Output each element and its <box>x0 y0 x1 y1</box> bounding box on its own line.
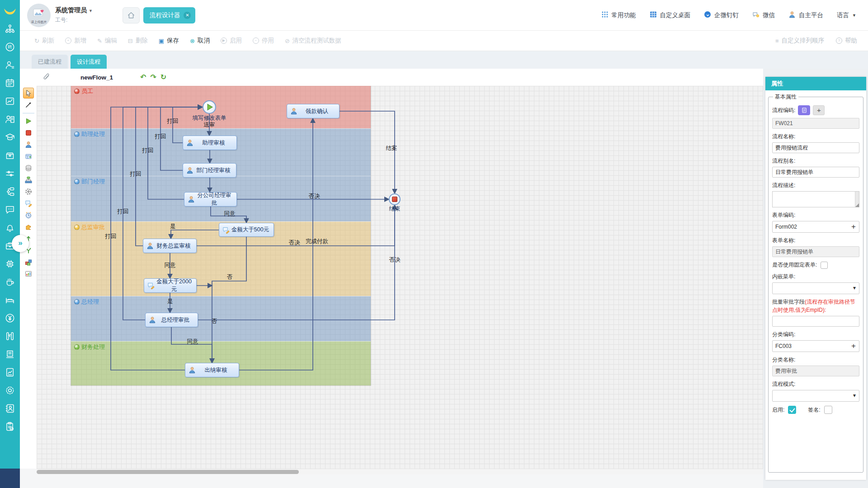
rail-doc-lines-icon[interactable] <box>5 349 15 360</box>
palette-user-task-tool[interactable] <box>23 139 34 150</box>
toolbar-refresh-button[interactable]: ↻刷新 <box>34 37 54 45</box>
flow-code-input <box>772 118 859 129</box>
user-menu[interactable]: 系统管理员▼ <box>55 6 93 14</box>
toolbar-help-button[interactable]: ?帮助 <box>836 37 857 45</box>
tab-design-flow[interactable]: 设计流程 <box>71 55 107 69</box>
palette-message-tool[interactable] <box>23 198 34 209</box>
flow-node[interactable]: 出纳审核 <box>185 363 239 377</box>
palette-plugin-tool[interactable] <box>23 221 34 232</box>
palette-subflow-tool[interactable] <box>23 174 34 185</box>
condition-note-icon <box>222 226 230 234</box>
toolbar-enable-button[interactable]: ▶启用 <box>221 37 242 45</box>
rail-chart-board-icon[interactable] <box>5 96 15 107</box>
rail-clipboard-check-icon[interactable] <box>5 421 15 432</box>
undo-icon[interactable]: ↶ <box>140 74 146 81</box>
language-menu[interactable]: 语言▼ <box>837 11 856 19</box>
toolbar-custom-sort-button[interactable]: ≡自定义排列顺序 <box>775 37 824 45</box>
open-tab-flow-designer[interactable]: 流程设计器 ✕ <box>143 7 196 23</box>
scrollbar-thumb[interactable] <box>37 470 299 474</box>
palette-service-tool[interactable] <box>23 186 34 197</box>
tab-built-flows[interactable]: 已建流程 <box>32 55 68 69</box>
menu-self-platform[interactable]: 自主平台 <box>788 11 823 19</box>
sign-checkbox[interactable] <box>824 406 832 414</box>
add-icon[interactable]: + <box>848 222 859 231</box>
flow-code-picker-button[interactable] <box>798 105 810 115</box>
rail-workflow-icon[interactable] <box>5 186 15 197</box>
enabled-checkbox[interactable] <box>788 406 796 414</box>
close-tab-icon[interactable]: ✕ <box>184 12 191 19</box>
toolbar-save-button[interactable]: ▣保存 <box>159 37 179 45</box>
toolbar-disable-button[interactable]: −停用 <box>253 37 274 45</box>
form-code-input[interactable]: Form002+ <box>772 221 859 233</box>
menu-dingtalk[interactable]: 企微钉钉 <box>704 11 739 19</box>
rail-bed-icon[interactable] <box>5 295 15 305</box>
flow-desc-textarea[interactable] <box>772 191 859 207</box>
flow-alias-input[interactable] <box>772 167 859 178</box>
flow-node[interactable]: 金额大于2000元 <box>144 278 197 293</box>
add-icon[interactable]: + <box>848 342 859 351</box>
avatar[interactable]: 请上传图片 <box>27 4 51 27</box>
rail-calendar-icon[interactable] <box>5 78 15 89</box>
rail-recruit-icon[interactable]: 聘 <box>5 42 15 52</box>
toolbar-clear-test-data-button[interactable]: ⊘清空流程测试数据 <box>285 37 341 45</box>
toolbar-delete-button[interactable]: ⊟删除 <box>128 37 148 45</box>
rail-user-list-icon[interactable] <box>5 60 15 70</box>
rail-org-chart-icon[interactable] <box>5 23 15 34</box>
apps-grid-icon <box>601 11 609 19</box>
rail-gear-icon[interactable] <box>5 385 15 396</box>
palette-end-tool[interactable] <box>23 127 34 138</box>
palette-auto-form-tool[interactable] <box>23 151 34 162</box>
batch-approve-input[interactable] <box>772 316 859 327</box>
menu-wechat[interactable]: 微信 <box>752 11 775 19</box>
expand-sidebar-button[interactable]: » <box>12 235 29 252</box>
rail-doc-chart-icon[interactable] <box>5 367 15 378</box>
flow-node[interactable]: 分公司经理审批 <box>184 192 237 206</box>
rail-chat-dots-icon[interactable] <box>5 204 15 215</box>
flow-node[interactable]: 部门经理审核 <box>183 163 236 178</box>
rail-chip-icon[interactable] <box>5 258 15 269</box>
palette-start-tool[interactable] <box>23 116 34 127</box>
designer-canvas[interactable]: 员工助理处理部门经理总监审批总经理财务处理送审同意是同意是同意否否结案否决否决否… <box>37 86 763 469</box>
category-code-input[interactable]: FC003+ <box>772 340 859 352</box>
toolbar-cancel-button[interactable]: ⊗取消 <box>190 37 210 45</box>
flow-node[interactable]: 领款确认 <box>287 104 340 118</box>
toolbar-add-button[interactable]: +新增 <box>65 37 86 45</box>
home-icon <box>127 11 136 20</box>
rail-contacts-icon[interactable] <box>5 403 15 414</box>
end-node[interactable] <box>389 193 401 205</box>
basic-props-legend: 基本属性 <box>773 93 798 101</box>
palette-pointer-tool[interactable] <box>23 88 34 99</box>
rail-coin-yuan-icon[interactable] <box>5 313 15 324</box>
rail-coffee-icon[interactable] <box>5 277 15 287</box>
sync-icon[interactable]: ↻ <box>160 74 166 81</box>
flow-name-input[interactable] <box>772 142 859 153</box>
flow-node[interactable]: 财务总监审核 <box>143 239 197 253</box>
field-label: 签名: <box>808 406 820 414</box>
palette-report-tool[interactable] <box>23 268 34 279</box>
redo-icon[interactable]: ↷ <box>150 74 156 81</box>
start-node[interactable] <box>203 100 216 114</box>
embed-menu-select[interactable] <box>772 282 859 294</box>
palette-blocks-tool[interactable] <box>23 257 34 267</box>
menu-custom-desktop[interactable]: 自定义桌面 <box>650 11 691 19</box>
rail-bell-icon[interactable] <box>5 222 15 233</box>
palette-connector-tool[interactable] <box>23 99 34 110</box>
rail-user-doc-icon[interactable] <box>5 114 15 125</box>
rail-toolbox-icon[interactable] <box>5 150 15 161</box>
menu-apps-grid[interactable]: 常用功能 <box>601 11 636 19</box>
toolbar-edit-button[interactable]: ✎编辑 <box>97 37 117 45</box>
home-button[interactable] <box>123 7 140 23</box>
flow-node[interactable]: 金额大于500元 <box>219 223 274 237</box>
edit-icon: ✎ <box>97 38 102 44</box>
rail-graduation-icon[interactable] <box>5 132 15 143</box>
fixed-form-checkbox[interactable] <box>821 262 828 269</box>
palette-database-tool[interactable] <box>23 163 34 174</box>
palette-timer-tool[interactable] <box>23 210 34 221</box>
flow-mode-select[interactable] <box>772 390 859 402</box>
rail-gate-icon[interactable] <box>5 331 15 342</box>
app-logo[interactable] <box>0 0 20 23</box>
flow-code-add-button[interactable]: + <box>813 105 825 115</box>
rail-sliders-icon[interactable] <box>5 168 15 179</box>
flow-node[interactable]: 助理审核 <box>183 136 237 150</box>
flow-node[interactable]: 总经理审批 <box>145 313 198 327</box>
